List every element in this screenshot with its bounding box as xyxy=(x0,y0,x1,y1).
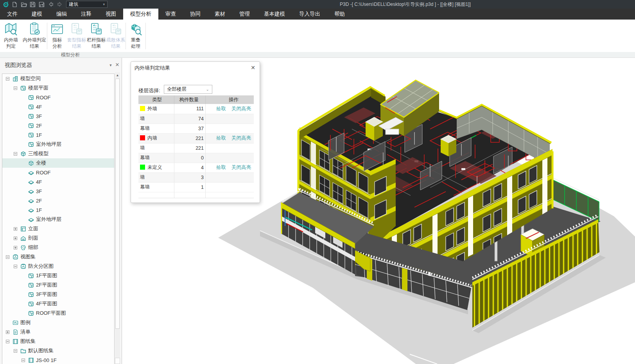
tree-item-三维模型[interactable]: 三维模型 xyxy=(2,149,114,158)
ribbon-button-栏杆指标结果[interactable]: 栏杆指标结果 xyxy=(86,20,106,52)
ribbon-button-内外墙判定结果[interactable]: 内外墙判定结果 xyxy=(22,20,47,52)
open-file-icon[interactable] xyxy=(20,1,27,8)
plan-icon xyxy=(28,282,34,288)
tree-item-模型空间[interactable]: 模型空间 xyxy=(2,74,114,83)
ribbon-button-疏散体系结果[interactable]: 疏散体系结果 xyxy=(106,20,126,52)
tree-item-1F平面图[interactable]: 1F平面图 xyxy=(2,271,114,280)
tree-item-默认图纸集[interactable]: 默认图纸集 xyxy=(2,346,114,355)
panel-collapse-icon[interactable]: ▼ xyxy=(108,63,113,68)
tree-expand-plus-icon[interactable] xyxy=(14,246,17,249)
new-file-icon[interactable] xyxy=(11,1,18,8)
close-highlight-link[interactable]: 关闭高亮 xyxy=(231,135,251,141)
pick-link[interactable]: 拾取 xyxy=(216,135,226,141)
tree-item-2F[interactable]: 2F xyxy=(2,196,114,205)
tree-expand-minus-icon[interactable] xyxy=(14,86,17,90)
tree-expand-plus-icon[interactable] xyxy=(6,330,9,334)
menu-tab-8[interactable]: 协同 xyxy=(183,9,208,20)
tree-item-JS-00 1F[interactable]: JS-00 1F xyxy=(2,355,114,364)
tree-item-视图集[interactable]: 视图集 xyxy=(2,252,114,262)
tree-scrollbar[interactable]: ▲ xyxy=(115,72,120,364)
tree-item-1F[interactable]: 1F xyxy=(2,205,114,215)
ribbon-button-套型指标结果[interactable]: 套型指标结果 xyxy=(67,20,86,52)
menu-tab-4[interactable]: 注释 xyxy=(74,9,99,20)
tree-item-室外地坪层[interactable]: 室外地坪层 xyxy=(2,140,114,149)
tree-item-ROOF[interactable]: ROOF xyxy=(2,168,114,177)
dialog-close-icon[interactable]: ✕ xyxy=(250,65,256,71)
table-row-幕墙-2: 幕墙37 xyxy=(138,124,254,133)
tree-expand-minus-icon[interactable] xyxy=(6,340,9,343)
pick-link[interactable]: 拾取 xyxy=(216,106,226,111)
ribbon-button-重叠处理[interactable]: 重叠处理 xyxy=(126,20,145,52)
menu-tab-7[interactable]: 审查 xyxy=(158,9,183,20)
tree-item-3F[interactable]: 3F xyxy=(2,111,114,121)
menu-tab-2[interactable]: 建模 xyxy=(25,9,49,20)
menu-tab-9[interactable]: 素材 xyxy=(208,9,232,20)
tree-item-1F[interactable]: 1F xyxy=(2,130,114,140)
menu-tab-1[interactable]: 文件 xyxy=(0,9,25,20)
tree-item-ROOF平面图[interactable]: ROOF平面图 xyxy=(2,308,114,318)
table-row-墙-1: 墙74 xyxy=(138,114,254,124)
color-swatch xyxy=(140,165,145,170)
plan-icon xyxy=(28,273,34,279)
tree-item-全楼[interactable]: 全楼 xyxy=(2,158,114,168)
tree-expand-minus-icon[interactable] xyxy=(14,349,17,353)
plan-icon xyxy=(28,132,34,138)
close-highlight-link[interactable]: 关闭高亮 xyxy=(231,165,251,170)
tree-scrollbar-thumb[interactable] xyxy=(115,79,120,329)
menu-tab-13[interactable]: 帮助 xyxy=(327,9,352,20)
menu-tab-12[interactable]: 导入导出 xyxy=(292,9,327,20)
plan-icon xyxy=(28,292,34,298)
menu-tab-10[interactable]: 管理 xyxy=(232,9,257,20)
tree-expand-plus-icon[interactable] xyxy=(14,237,17,240)
undo-icon[interactable] xyxy=(47,1,54,8)
tree-item-剖面[interactable]: 剖面 xyxy=(2,233,114,243)
metric-analysis-icon xyxy=(50,22,64,37)
tree-item-ROOF[interactable]: ROOF xyxy=(2,93,114,102)
menu-tab-6[interactable]: 模型分析 xyxy=(123,9,158,20)
tree-expand-minus-icon[interactable] xyxy=(6,77,9,81)
tree-item-4F[interactable]: 4F xyxy=(2,177,114,186)
ribbon-button-内外墙判定[interactable]: 内外墙判定 xyxy=(0,20,22,52)
redo-icon[interactable] xyxy=(56,1,63,8)
window-title: P3D -[ C:\Users\DELL\Desktop\引导实例.p3d ] … xyxy=(340,0,471,9)
menu-tab-3[interactable]: 编辑 xyxy=(49,9,74,20)
ribbon-button-指标分析[interactable]: 指标分析 xyxy=(47,20,67,52)
slab-icon xyxy=(28,179,34,185)
tree-expand-minus-icon[interactable] xyxy=(6,255,9,259)
tree-expand-minus-icon[interactable] xyxy=(14,265,17,268)
tree-item-图例[interactable]: 图例 xyxy=(2,318,114,327)
tree-item-4F平面图[interactable]: 4F平面图 xyxy=(2,299,114,308)
tree-item-2F平面图[interactable]: 2F平面图 xyxy=(2,280,114,290)
tree-item-3F[interactable]: 3F xyxy=(2,186,114,196)
save-as-icon[interactable] xyxy=(38,1,45,8)
tree-item-清单[interactable]: 清单 xyxy=(2,327,114,337)
save-icon[interactable] xyxy=(29,1,36,8)
slab-icon xyxy=(28,188,34,194)
view-browser-title: 视图浏览器 xyxy=(5,62,32,69)
tree-expand-plus-icon[interactable] xyxy=(14,227,17,231)
tree-item-立面[interactable]: 立面 xyxy=(2,224,114,233)
panel-close-icon[interactable]: ✕ xyxy=(115,62,120,68)
tree-expand-minus-icon[interactable] xyxy=(14,152,17,156)
scroll-up-icon[interactable]: ▲ xyxy=(115,72,120,78)
legend-icon xyxy=(13,320,18,326)
tree-item-楼层平面[interactable]: 楼层平面 xyxy=(2,83,114,93)
cube-icon xyxy=(28,160,34,166)
tree-item-细部[interactable]: 细部 xyxy=(2,243,114,252)
tree-item-3F平面图[interactable]: 3F平面图 xyxy=(2,290,114,299)
floor-select-dropdown[interactable]: 全部楼层 ⌄ xyxy=(164,85,212,94)
close-highlight-link[interactable]: 关闭高亮 xyxy=(231,106,251,111)
discipline-dropdown[interactable]: 建筑 ▾ xyxy=(66,1,108,8)
tree-item-图纸集[interactable]: 图纸集 xyxy=(2,337,114,346)
table-empty-row xyxy=(138,192,254,198)
tree-item-4F[interactable]: 4F xyxy=(2,102,114,111)
tree-expand-minus-icon[interactable] xyxy=(22,359,25,362)
pick-link[interactable]: 拾取 xyxy=(216,165,226,170)
tree-item-防火分区图[interactable]: 防火分区图 xyxy=(2,262,114,271)
tree-item-室外地坪层[interactable]: 室外地坪层 xyxy=(2,215,114,224)
tree-item-2F[interactable]: 2F xyxy=(2,121,114,130)
overlap-icon xyxy=(129,22,143,37)
menu-tab-5[interactable]: 视图 xyxy=(99,9,123,20)
doc-metric-icon xyxy=(109,22,123,37)
menu-tab-11[interactable]: 基本建模 xyxy=(257,9,292,20)
